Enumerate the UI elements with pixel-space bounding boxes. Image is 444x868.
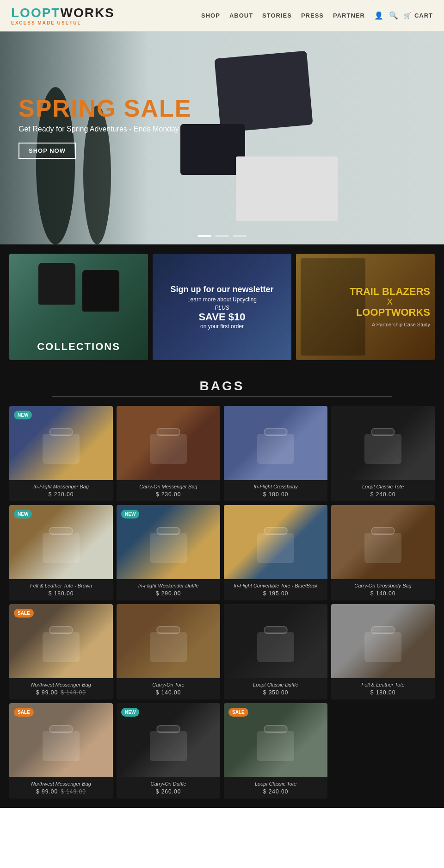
bag-icon bbox=[248, 712, 303, 768]
product-card[interactable]: Carry-On Crossbody Bag $ 140.00 bbox=[331, 505, 435, 600]
product-card[interactable]: NEW In-Flight Weekender Duffle $ 290.00 bbox=[117, 505, 220, 600]
promo-newsletter[interactable]: Sign up for our newsletter Learn more ab… bbox=[153, 254, 291, 360]
nav-shop[interactable]: SHOP bbox=[201, 12, 220, 19]
product-price-main: $ 99.00 bbox=[36, 788, 58, 795]
bag-icon bbox=[248, 514, 303, 570]
flatlay-bag1 bbox=[214, 51, 313, 133]
trail-sub: A Partnership Case Study bbox=[350, 322, 430, 328]
bag-icon bbox=[248, 613, 303, 669]
product-card[interactable]: Felt & Leather Tote $ 180.00 bbox=[331, 604, 435, 699]
product-card[interactable]: SALE Northwest Messenger Bag $ 99.00$ 14… bbox=[9, 604, 113, 699]
product-name: Northwest Messenger Bag bbox=[13, 781, 109, 787]
flatlay bbox=[190, 41, 430, 235]
product-card[interactable]: NEW Felt & Leather Tote - Brown $ 180.00 bbox=[9, 505, 113, 600]
newsletter-headline: Sign up for our newsletter bbox=[170, 285, 273, 294]
product-price-main: $ 350.00 bbox=[263, 689, 289, 696]
product-price-main: $ 180.00 bbox=[49, 590, 74, 597]
svg-rect-26 bbox=[150, 731, 187, 761]
svg-rect-5 bbox=[264, 428, 287, 436]
product-name: Felt & Leather Tote - Brown bbox=[13, 583, 109, 588]
product-price: $ 195.00 bbox=[228, 590, 324, 597]
svg-rect-2 bbox=[150, 434, 187, 464]
product-card[interactable]: In-Flight Convertible Tote - Blue/Back $… bbox=[224, 505, 327, 600]
product-card[interactable]: Loopt Classic Tote $ 240.00 bbox=[331, 406, 435, 501]
nav-stories[interactable]: STORIES bbox=[262, 12, 292, 19]
nav-about[interactable]: ABOUT bbox=[229, 12, 253, 19]
promo-collections-label: COLLECTIONS bbox=[9, 333, 148, 360]
svg-rect-16 bbox=[43, 632, 80, 662]
hero-dot-1[interactable] bbox=[197, 235, 211, 237]
logo-loop: LO bbox=[11, 6, 31, 20]
product-image bbox=[224, 505, 327, 579]
product-price: $ 350.00 bbox=[228, 689, 324, 696]
svg-rect-12 bbox=[257, 533, 294, 563]
product-price: $ 230.00 bbox=[13, 491, 109, 498]
product-name: Loopt Classic Duffle bbox=[228, 682, 324, 687]
product-info: In-Flight Weekender Duffle $ 290.00 bbox=[117, 579, 220, 600]
svg-rect-24 bbox=[43, 731, 80, 761]
svg-rect-0 bbox=[43, 434, 80, 464]
products-grid: NEW In-Flight Messenger Bag $ 230.00 bbox=[9, 406, 435, 799]
product-card[interactable]: NEW In-Flight Messenger Bag $ 230.00 bbox=[9, 406, 113, 501]
hero-dot-3[interactable] bbox=[233, 235, 247, 237]
product-name: Loopt Classic Tote bbox=[228, 781, 324, 787]
bag-icon bbox=[141, 415, 196, 471]
product-card[interactable]: Carry-On Messenger Bag $ 230.00 bbox=[117, 406, 220, 501]
collections-text: COLLECTIONS bbox=[37, 341, 120, 352]
product-price-main: $ 99.00 bbox=[36, 689, 58, 696]
product-card[interactable]: SALE Loopt Classic Tote $ 240.00 bbox=[224, 703, 327, 799]
product-price-main: $ 240.00 bbox=[263, 788, 289, 795]
promo-collections[interactable]: COLLECTIONS bbox=[9, 254, 148, 360]
product-price-main: $ 290.00 bbox=[156, 590, 181, 597]
header: LOOPTWORKS EXCESS MADE USEFUL SHOP ABOUT… bbox=[0, 0, 444, 31]
svg-rect-22 bbox=[364, 632, 401, 662]
product-price-original: $ 149.00 bbox=[61, 788, 86, 795]
product-badge: NEW bbox=[14, 510, 32, 518]
product-info: Loopt Classic Tote $ 240.00 bbox=[331, 480, 435, 501]
product-name: Carry-On Tote bbox=[120, 682, 216, 687]
search-icon[interactable]: 🔍 bbox=[389, 11, 398, 20]
product-card[interactable]: Carry-On Tote $ 140.00 bbox=[117, 604, 220, 699]
svg-rect-19 bbox=[157, 626, 180, 634]
product-price-main: $ 230.00 bbox=[156, 491, 181, 498]
svg-rect-10 bbox=[150, 533, 187, 563]
newsletter-first: on your first order bbox=[170, 323, 273, 330]
bags-divider bbox=[52, 396, 392, 397]
promo-trailblazer[interactable]: TRAIL BLAZERS X LOOPTWORKS A Partnership… bbox=[296, 254, 435, 360]
product-name: Loopt Classic Tote bbox=[335, 484, 431, 489]
hero-banner: SPRING SALE Get Ready for Spring Adventu… bbox=[0, 31, 444, 244]
svg-rect-1 bbox=[49, 428, 73, 436]
newsletter-sub: Learn more about Upcycling bbox=[170, 296, 273, 303]
svg-rect-8 bbox=[43, 533, 80, 563]
product-price-main: $ 140.00 bbox=[370, 590, 396, 597]
product-info: In-Flight Convertible Tote - Blue/Back $… bbox=[224, 579, 327, 600]
hero-sale-title: SPRING SALE bbox=[18, 96, 192, 120]
product-price: $ 99.00$ 149.00 bbox=[13, 788, 109, 795]
bag-icon bbox=[33, 514, 89, 570]
product-card[interactable]: Loopt Classic Duffle $ 350.00 bbox=[224, 604, 327, 699]
product-card[interactable]: NEW Carry-On Duffle $ 260.00 bbox=[117, 703, 220, 799]
svg-rect-27 bbox=[157, 725, 180, 733]
user-icon[interactable]: 👤 bbox=[374, 11, 383, 20]
svg-rect-13 bbox=[264, 527, 287, 535]
product-price-main: $ 260.00 bbox=[156, 788, 181, 795]
hero-dot-2[interactable] bbox=[215, 235, 229, 237]
product-badge: SALE bbox=[228, 708, 248, 717]
product-price-original: $ 149.00 bbox=[61, 689, 86, 696]
hero-cta-button[interactable]: SHOP NOW bbox=[18, 143, 76, 159]
nav-partner[interactable]: PARTNER bbox=[333, 12, 365, 19]
logo[interactable]: LOOPTWORKS EXCESS MADE USEFUL bbox=[11, 6, 115, 25]
svg-rect-3 bbox=[157, 428, 180, 436]
nav-press[interactable]: PRESS bbox=[301, 12, 324, 19]
svg-rect-9 bbox=[49, 527, 73, 535]
svg-rect-28 bbox=[257, 731, 294, 761]
product-card[interactable]: In-Flight Crossbody $ 180.00 bbox=[224, 406, 327, 501]
product-card[interactable]: SALE Northwest Messenger Bag $ 99.00$ 14… bbox=[9, 703, 113, 799]
hero-content: SPRING SALE Get Ready for Spring Adventu… bbox=[18, 96, 192, 159]
product-info: Northwest Messenger Bag $ 99.00$ 149.00 bbox=[9, 777, 113, 799]
cart-button[interactable]: 🛒 CART bbox=[404, 12, 433, 19]
product-info: In-Flight Messenger Bag $ 230.00 bbox=[9, 480, 113, 501]
trailblazer-label: TRAIL BLAZERS X LOOPTWORKS A Partnership… bbox=[350, 286, 430, 327]
product-info: Carry-On Crossbody Bag $ 140.00 bbox=[331, 579, 435, 600]
trail-x: X bbox=[350, 298, 430, 307]
